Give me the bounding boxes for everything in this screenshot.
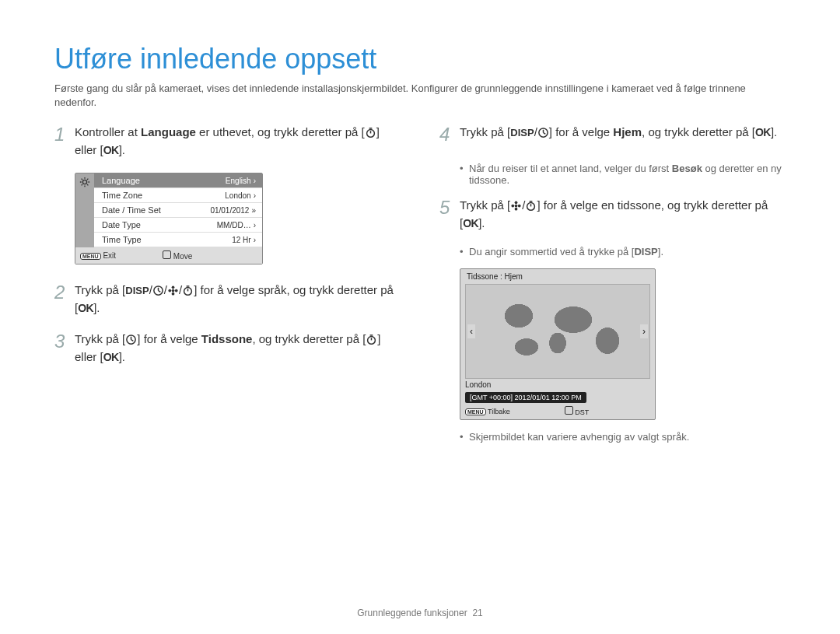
note-text: Du angir sommertid ved å trykke på [ bbox=[469, 246, 634, 257]
settings-value: 12 Hr bbox=[232, 236, 250, 244]
menu-icon: MENU bbox=[465, 408, 486, 415]
step-text: ]. bbox=[478, 216, 485, 229]
ok-icon: OK bbox=[78, 302, 93, 314]
clockface-icon bbox=[152, 285, 164, 296]
chevron-left-icon: ‹ bbox=[467, 324, 475, 338]
step-number: 3 bbox=[54, 328, 75, 366]
map-title: Tidssone : Hjem bbox=[460, 269, 655, 284]
map-city: London bbox=[465, 380, 491, 389]
chevron-right-icon: » bbox=[251, 206, 256, 215]
settings-value: London bbox=[225, 191, 250, 200]
step-text: ]. bbox=[119, 143, 125, 156]
back-label: Tilbake bbox=[488, 408, 510, 415]
clockface-icon bbox=[125, 334, 137, 345]
step-3: 3 Trykk på [] for å velge Tidssone, og t… bbox=[54, 331, 401, 366]
step-text: ]. bbox=[93, 301, 100, 314]
settings-row-datetime: Date / Time Set 01/01/2012» bbox=[94, 203, 262, 218]
step-2: 2 Trykk på [DISP///] for å velge språk, … bbox=[54, 282, 401, 317]
step-text: Trykk på [ bbox=[460, 125, 510, 138]
exit-label: Exit bbox=[103, 251, 116, 260]
step-1: 1 Kontroller at Language er uthevet, og … bbox=[54, 124, 401, 159]
ok-icon: OK bbox=[103, 351, 119, 363]
step-number: 1 bbox=[54, 121, 75, 159]
footer-page-number: 21 bbox=[472, 608, 482, 618]
dst-label: DST bbox=[575, 408, 589, 416]
ok-icon: OK bbox=[103, 144, 119, 156]
map-gmt-label: [GMT +00:00] 2012/01/01 12:00 PM bbox=[465, 392, 586, 403]
ok-icon: OK bbox=[463, 217, 478, 229]
step-bold: Hjem bbox=[613, 125, 642, 138]
step-text: ] for å velge bbox=[137, 332, 201, 345]
flower-icon bbox=[167, 285, 179, 296]
note-item: Når du reiser til et annet land, velger … bbox=[460, 163, 786, 186]
ok-icon: OK bbox=[755, 126, 771, 138]
step-4: 4 Trykk på [DISP/] for å velge Hjem, og … bbox=[439, 124, 786, 149]
intro-text: Første gang du slår på kameraet, vises d… bbox=[54, 82, 786, 110]
step-text: Kontroller at bbox=[75, 125, 141, 138]
step-text: Trykk på [ bbox=[75, 283, 125, 296]
step-text: Trykk på [ bbox=[75, 332, 125, 345]
settings-label: Date Type bbox=[102, 220, 141, 229]
note-list: Når du reiser til et annet land, velger … bbox=[460, 163, 786, 186]
settings-row-language: Language English› bbox=[94, 173, 262, 188]
clockface-icon bbox=[537, 127, 549, 138]
step-5: 5 Trykk på [/] for å velge en tidssone, … bbox=[439, 197, 786, 232]
note-item: Du angir sommertid ved å trykke på [DISP… bbox=[460, 246, 786, 257]
move-icon bbox=[163, 250, 171, 259]
timer-icon bbox=[182, 285, 194, 296]
chevron-right-icon: › bbox=[254, 177, 256, 185]
gear-icon bbox=[75, 173, 94, 247]
left-column: 1 Kontroller at Language er uthevet, og … bbox=[54, 124, 401, 454]
timer-icon bbox=[525, 200, 537, 212]
step-text: , og trykk deretter på [ bbox=[642, 125, 755, 138]
menu-icon: MENU bbox=[80, 253, 101, 260]
chevron-right-icon: › bbox=[640, 324, 648, 338]
settings-screenshot: Language English› Time Zone London› Date… bbox=[75, 173, 263, 264]
page-footer: Grunnleggende funksjoner 21 bbox=[0, 608, 840, 618]
page-title: Utføre innledende oppsett bbox=[54, 43, 786, 75]
flower-icon bbox=[510, 200, 522, 212]
step-bold: Language bbox=[141, 125, 196, 138]
note-bold: Besøk bbox=[672, 163, 702, 174]
chevron-right-icon: › bbox=[254, 221, 256, 229]
step-number: 4 bbox=[439, 121, 460, 149]
settings-row-timezone: Time Zone London› bbox=[94, 188, 262, 203]
settings-label: Language bbox=[102, 176, 140, 185]
settings-row-datetype: Date Type MM/DD…› bbox=[94, 218, 262, 233]
dst-icon bbox=[565, 406, 573, 415]
settings-label: Time Type bbox=[102, 235, 142, 244]
footer-section: Grunnleggende funksjoner bbox=[357, 608, 467, 618]
world-map: ‹ › bbox=[465, 284, 650, 379]
timer-icon bbox=[366, 334, 377, 345]
settings-label: Time Zone bbox=[102, 191, 142, 200]
settings-value: English bbox=[226, 177, 251, 185]
note-text: ]. bbox=[658, 246, 663, 257]
disp-icon: DISP bbox=[125, 285, 149, 296]
note-list: Skjermbildet kan variere avhengig av val… bbox=[460, 431, 786, 443]
timezone-screenshot: Tidssone : Hjem ‹ › London [GMT +00:00] … bbox=[460, 268, 656, 420]
note-list: Du angir sommertid ved å trykke på [DISP… bbox=[460, 246, 786, 257]
chevron-right-icon: › bbox=[254, 236, 256, 244]
settings-value: MM/DD… bbox=[217, 221, 251, 229]
step-text: er uthevet, og trykk deretter på [ bbox=[196, 125, 365, 138]
step-text: , og trykk deretter på [ bbox=[252, 332, 366, 345]
move-label: Move bbox=[173, 252, 192, 261]
note-item: Skjermbildet kan variere avhengig av val… bbox=[460, 431, 786, 443]
step-number: 2 bbox=[54, 278, 75, 317]
svg-point-7 bbox=[82, 180, 86, 184]
disp-icon: DISP bbox=[634, 246, 657, 257]
step-bold: Tidssone bbox=[201, 332, 253, 345]
note-text: Når du reiser til et annet land, velger … bbox=[469, 163, 672, 174]
disp-icon: DISP bbox=[510, 127, 534, 138]
settings-label: Date / Time Set bbox=[102, 205, 161, 215]
chevron-right-icon: › bbox=[254, 191, 256, 200]
step-number: 5 bbox=[439, 194, 460, 232]
step-text: ] for å velge bbox=[549, 125, 614, 138]
step-text: ]. bbox=[119, 350, 125, 363]
step-text: ]. bbox=[771, 125, 777, 138]
settings-value: 01/01/2012 bbox=[210, 206, 249, 215]
timer-icon bbox=[365, 127, 376, 138]
right-column: 4 Trykk på [DISP/] for å velge Hjem, og … bbox=[439, 124, 786, 454]
settings-row-timetype: Time Type 12 Hr› bbox=[94, 233, 262, 247]
step-text: Trykk på [ bbox=[460, 198, 510, 212]
